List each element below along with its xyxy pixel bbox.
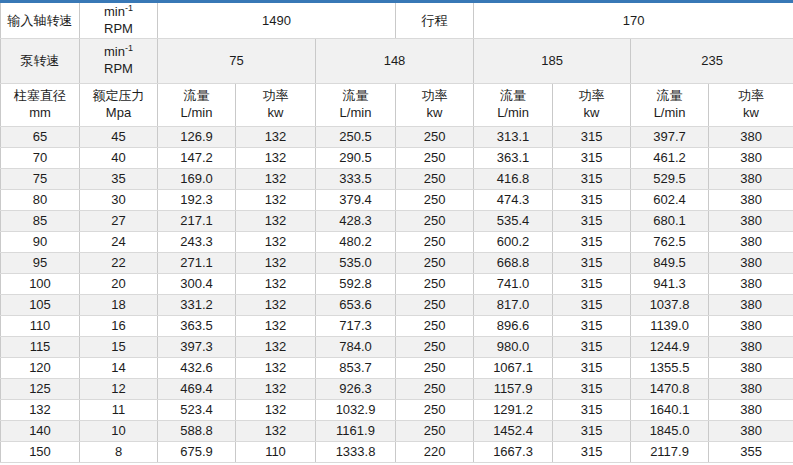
table-cell: 1067.1 bbox=[474, 358, 553, 379]
input-shaft-speed-value: 1490 bbox=[158, 2, 396, 39]
table-cell: 110 bbox=[1, 316, 80, 337]
table-cell: 15 bbox=[80, 337, 158, 358]
table-row: 9024243.3132480.2250600.2315762.5380 bbox=[1, 232, 793, 253]
stroke-label: 行程 bbox=[396, 2, 474, 39]
table-cell: 535.0 bbox=[316, 253, 396, 274]
table-cell: 150 bbox=[1, 442, 80, 463]
table-cell: 474.3 bbox=[474, 190, 553, 211]
table-cell: 315 bbox=[553, 253, 631, 274]
table-cell: 380 bbox=[709, 148, 793, 169]
table-cell: 100 bbox=[1, 274, 80, 295]
table-cell: 1470.8 bbox=[631, 379, 709, 400]
power-header-4: 功率 kw bbox=[709, 84, 793, 127]
table-cell: 588.8 bbox=[158, 421, 236, 442]
table-cell: 849.5 bbox=[631, 253, 709, 274]
table-cell: 1640.1 bbox=[631, 400, 709, 421]
table-cell: 250 bbox=[396, 148, 474, 169]
table-cell: 132 bbox=[236, 253, 316, 274]
table-cell: 333.5 bbox=[316, 169, 396, 190]
table-cell: 315 bbox=[553, 358, 631, 379]
table-cell: 980.0 bbox=[474, 337, 553, 358]
table-cell: 105 bbox=[1, 295, 80, 316]
table-row: 11515397.3132784.0250980.03151244.9380 bbox=[1, 337, 793, 358]
table-row: 10518331.2132653.6250817.03151037.8380 bbox=[1, 295, 793, 316]
table-cell: 380 bbox=[709, 127, 793, 148]
pump-speed-value-3: 185 bbox=[474, 39, 631, 84]
table-row: 12014432.6132853.72501067.13151355.5380 bbox=[1, 358, 793, 379]
table-cell: 523.4 bbox=[158, 400, 236, 421]
table-cell: 132 bbox=[236, 400, 316, 421]
table-cell: 380 bbox=[709, 421, 793, 442]
pump-speed-label: 泵转速 bbox=[1, 39, 80, 84]
table-cell: 896.6 bbox=[474, 316, 553, 337]
table-cell: 315 bbox=[553, 421, 631, 442]
table-cell: 243.3 bbox=[158, 232, 236, 253]
table-row: 1508675.91101333.82201667.33152117.9355 bbox=[1, 442, 793, 463]
table-cell: 315 bbox=[553, 169, 631, 190]
table-cell: 380 bbox=[709, 295, 793, 316]
unit-rpm-line2: RPM bbox=[82, 61, 155, 78]
table-cell: 115 bbox=[1, 337, 80, 358]
table-cell: 675.9 bbox=[158, 442, 236, 463]
pump-speed-value-1: 75 bbox=[158, 39, 316, 84]
table-cell: 1845.0 bbox=[631, 421, 709, 442]
table-row: 7535169.0132333.5250416.8315529.5380 bbox=[1, 169, 793, 190]
stroke-value: 170 bbox=[474, 2, 793, 39]
power-header-1: 功率 kw bbox=[236, 84, 316, 127]
table-row: 8030192.3132379.4250474.3315602.4380 bbox=[1, 190, 793, 211]
table-cell: 315 bbox=[553, 232, 631, 253]
table-cell: 432.6 bbox=[158, 358, 236, 379]
flow-header-3: 流量 L/min bbox=[474, 84, 553, 127]
table-cell: 680.1 bbox=[631, 211, 709, 232]
table-cell: 1037.8 bbox=[631, 295, 709, 316]
table-cell: 85 bbox=[1, 211, 80, 232]
flow-header-4: 流量 L/min bbox=[631, 84, 709, 127]
table-cell: 1139.0 bbox=[631, 316, 709, 337]
table-row: 6545126.9132250.5250313.1315397.7380 bbox=[1, 127, 793, 148]
table-cell: 22 bbox=[80, 253, 158, 274]
table-cell: 35 bbox=[80, 169, 158, 190]
table-cell: 363.1 bbox=[474, 148, 553, 169]
table-cell: 250 bbox=[396, 316, 474, 337]
table-cell: 95 bbox=[1, 253, 80, 274]
table-cell: 8 bbox=[80, 442, 158, 463]
table-cell: 250 bbox=[396, 211, 474, 232]
plunger-diameter-header: 柱塞直径 mm bbox=[1, 84, 80, 127]
table-cell: 1032.9 bbox=[316, 400, 396, 421]
table-cell: 125 bbox=[1, 379, 80, 400]
table-cell: 250 bbox=[396, 127, 474, 148]
table-cell: 397.7 bbox=[631, 127, 709, 148]
table-row: 11016363.5132717.3250896.63151139.0380 bbox=[1, 316, 793, 337]
table-cell: 11 bbox=[80, 400, 158, 421]
unit-rpm-line1: min-1 bbox=[82, 4, 155, 21]
table-cell: 132 bbox=[236, 169, 316, 190]
table-cell: 20 bbox=[80, 274, 158, 295]
spec-table-body: 6545126.9132250.5250313.1315397.73807040… bbox=[1, 127, 793, 463]
table-cell: 1157.9 bbox=[474, 379, 553, 400]
table-row: 7040147.2132290.5250363.1315461.2380 bbox=[1, 148, 793, 169]
table-cell: 355 bbox=[709, 442, 793, 463]
table-cell: 315 bbox=[553, 316, 631, 337]
table-cell: 250 bbox=[396, 358, 474, 379]
table-cell: 27 bbox=[80, 211, 158, 232]
table-cell: 75 bbox=[1, 169, 80, 190]
table-cell: 469.4 bbox=[158, 379, 236, 400]
flow-header-1: 流量 L/min bbox=[158, 84, 236, 127]
table-cell: 14 bbox=[80, 358, 158, 379]
header-row-pump-speed: 泵转速 min-1 RPM 75 148 185 235 bbox=[1, 39, 793, 84]
table-cell: 380 bbox=[709, 232, 793, 253]
table-row: 9522271.1132535.0250668.8315849.5380 bbox=[1, 253, 793, 274]
table-cell: 784.0 bbox=[316, 337, 396, 358]
table-cell: 290.5 bbox=[316, 148, 396, 169]
table-cell: 397.3 bbox=[158, 337, 236, 358]
table-cell: 1333.8 bbox=[316, 442, 396, 463]
table-cell: 668.8 bbox=[474, 253, 553, 274]
table-cell: 380 bbox=[709, 169, 793, 190]
power-header-2: 功率 kw bbox=[396, 84, 474, 127]
table-cell: 2117.9 bbox=[631, 442, 709, 463]
table-cell: 250 bbox=[396, 421, 474, 442]
table-cell: 380 bbox=[709, 253, 793, 274]
unit-rpm-line1: min-1 bbox=[82, 44, 155, 61]
table-cell: 169.0 bbox=[158, 169, 236, 190]
table-cell: 132 bbox=[236, 295, 316, 316]
